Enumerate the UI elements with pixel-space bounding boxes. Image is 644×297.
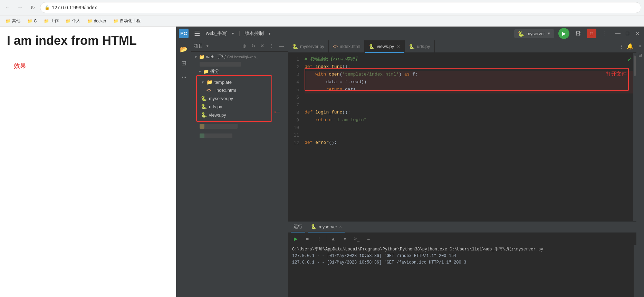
sidebar-icon-more[interactable]: ··· bbox=[177, 71, 190, 83]
file-tree-collapse-button[interactable]: — bbox=[278, 42, 285, 49]
run-button[interactable]: ▶ bbox=[558, 28, 569, 39]
terminal-scroll-down-button[interactable]: ▼ bbox=[340, 234, 350, 244]
terminal-content-wrapper: C:\Users\李琦\AppData\Local\Programs\Pytho… bbox=[288, 245, 636, 297]
file-tree: 项目 ▼ ⊕ ↻ ✕ ⋮ — ▼ 📁 web_手写 C:\Users\li bbox=[191, 40, 288, 297]
line-numbers: 1 2 3 4 5 6 7 8 9 10 11 12 bbox=[288, 53, 302, 221]
server-badge[interactable]: 🐍 myserver ▼ bbox=[514, 29, 554, 38]
layout-button[interactable]: □ bbox=[587, 29, 596, 38]
folder-icon: 📁 bbox=[27, 19, 32, 23]
close-button[interactable]: ✕ bbox=[633, 29, 641, 38]
code-area[interactable]: # 功能函数【views存待】 def index_func(): with o… bbox=[302, 53, 636, 221]
popup-file-label: myserver.py bbox=[209, 96, 233, 101]
settings-button[interactable]: ⚙ bbox=[574, 28, 583, 39]
tree-popup-item-myserver-py[interactable]: 🐍 myserver.py bbox=[197, 94, 271, 102]
restore-button[interactable]: □ bbox=[623, 29, 632, 38]
version-control-label: 版本控制 bbox=[244, 30, 264, 37]
sidebar-icon-grid[interactable]: ⊞ bbox=[177, 57, 190, 69]
refresh-button[interactable]: ↻ bbox=[28, 3, 37, 12]
tab-label: index.html bbox=[340, 44, 360, 49]
popup-file-label: views.py bbox=[209, 112, 226, 118]
file-tree-dropdown[interactable]: ▼ bbox=[206, 44, 209, 48]
line-num-9: 9 bbox=[296, 116, 299, 124]
window-controls: — □ ✕ bbox=[614, 29, 641, 38]
tab-index-html[interactable]: <> index.html bbox=[329, 40, 365, 53]
terminal-tab-server-label: myserver bbox=[319, 224, 337, 229]
bookmark-label: C bbox=[34, 19, 37, 23]
tab-close-button[interactable]: ✕ bbox=[397, 44, 400, 49]
tree-item-split-folder[interactable]: ▼ 📁 拆分 bbox=[191, 68, 288, 75]
bookmark-label: 个人 bbox=[72, 18, 80, 24]
terminal-tab-run[interactable]: 运行 bbox=[291, 221, 305, 232]
folder-icon: 📁 bbox=[206, 79, 212, 85]
file-tree-refresh-button[interactable]: ↻ bbox=[250, 42, 257, 49]
code-line-7 bbox=[305, 101, 636, 109]
tree-item-root[interactable]: ▼ 📁 web_手写 C:\Users\liqi\web_ bbox=[191, 53, 288, 61]
terminal-icon-button[interactable]: >_ bbox=[352, 234, 362, 244]
bookmark-other[interactable]: 📁 其他 bbox=[3, 17, 23, 24]
right-gutter: ≡ ⊟ bbox=[636, 40, 644, 297]
template-folder-popup: ▼ 📁 template <> index.html 🐍 myserver.py bbox=[196, 75, 272, 122]
project-name-label: web_手写 bbox=[206, 30, 227, 37]
bell-button[interactable]: 🔔 bbox=[627, 43, 634, 50]
tab-myserver-py[interactable]: 🐍 myserver.py bbox=[288, 40, 329, 53]
terminal-scroll-up-button[interactable]: ▲ bbox=[328, 234, 338, 244]
tab-urls-py[interactable]: 🐍 urls.py bbox=[405, 40, 434, 53]
tree-popup-item-index-html[interactable]: <> index.html bbox=[197, 86, 271, 94]
gutter-icon-1[interactable]: ≡ bbox=[637, 43, 643, 49]
minimize-button[interactable]: — bbox=[614, 29, 622, 38]
terminal-list-button[interactable]: ≡ bbox=[364, 234, 373, 244]
folder-icon: 📁 bbox=[113, 19, 118, 23]
title-separator: | bbox=[239, 30, 240, 37]
file-tree-title: 项目 ▼ bbox=[194, 43, 239, 49]
bookmark-c[interactable]: 📁 C bbox=[25, 18, 40, 24]
bookmark-label: 自动化工程 bbox=[120, 18, 141, 24]
version-dropdown-icon[interactable]: ▼ bbox=[268, 32, 271, 36]
terminal-tab-server[interactable]: 🐍 myserver ✕ bbox=[308, 221, 345, 232]
terminal-tab-close-button[interactable]: ✕ bbox=[339, 225, 342, 229]
sidebar-icon-folder[interactable]: 📂 bbox=[177, 43, 190, 56]
folder-icon: 📁 bbox=[6, 19, 11, 23]
bookmark-label: docker bbox=[94, 19, 106, 23]
bookmark-work[interactable]: 📁 工作 bbox=[41, 17, 61, 24]
project-dropdown-icon[interactable]: ▼ bbox=[231, 32, 234, 36]
tab-more-button[interactable]: ⋮ bbox=[618, 43, 625, 50]
browser-page: I am index from HTML 效果 bbox=[0, 27, 176, 297]
bookmark-label: 工作 bbox=[50, 18, 59, 24]
ide-body: 📂 ⊞ ··· 项目 ▼ ⊕ ↻ ✕ ⋮ — bbox=[176, 40, 644, 297]
bookmark-automation[interactable]: 📁 自动化工程 bbox=[110, 17, 143, 24]
ide-editor: 🐍 myserver.py <> index.html 🐍 views.py ✕… bbox=[288, 40, 636, 297]
hamburger-menu-button[interactable]: ☰ bbox=[193, 28, 202, 39]
tree-popup-item-views-py[interactable]: 🐍 views.py bbox=[197, 111, 271, 119]
server-dropdown-icon: ▼ bbox=[547, 31, 551, 36]
file-tree-close-button[interactable]: ✕ bbox=[259, 42, 266, 49]
tree-popup-item-urls-py[interactable]: 🐍 urls.py bbox=[197, 102, 271, 111]
terminal-stop-button[interactable]: ■ bbox=[302, 234, 312, 244]
terminal-more-button[interactable]: ⋮ bbox=[314, 234, 324, 244]
ide-sidebar-icons: 📂 ⊞ ··· bbox=[176, 40, 191, 297]
editor-scrollbar[interactable] bbox=[633, 53, 636, 221]
ide-logo: PC bbox=[179, 29, 189, 38]
gutter-icon-2[interactable]: ⊟ bbox=[637, 52, 643, 58]
more-options-button[interactable]: ⋮ bbox=[600, 28, 609, 39]
py-file-icon: 🐍 bbox=[409, 44, 415, 49]
chevron-down-icon: ▼ bbox=[194, 55, 198, 59]
line-num-1: 1 bbox=[296, 56, 299, 63]
scrollbar-thumb[interactable] bbox=[634, 56, 636, 76]
forward-button[interactable]: → bbox=[15, 3, 25, 12]
file-tree-header: 项目 ▼ ⊕ ↻ ✕ ⋮ — bbox=[191, 40, 288, 52]
code-line-8: def login_func(): bbox=[305, 109, 636, 116]
terminal-scrollbar[interactable] bbox=[634, 245, 636, 297]
tab-views-py[interactable]: 🐍 views.py ✕ bbox=[365, 40, 405, 53]
bookmark-docker[interactable]: 📁 docker bbox=[85, 18, 109, 24]
back-button[interactable]: ← bbox=[3, 3, 12, 12]
terminal-run-button[interactable]: ▶ bbox=[291, 234, 300, 244]
code-line-4: data = f.read() bbox=[305, 78, 636, 86]
file-tree-more-button[interactable]: ⋮ bbox=[268, 42, 276, 49]
tree-popup-item-template[interactable]: ▼ 📁 template bbox=[197, 78, 271, 86]
code-line-1: # 功能函数【views存待】 bbox=[305, 56, 636, 63]
browser-toolbar: ← → ↻ 🔒 127.0.0.1:9999/index bbox=[0, 0, 644, 15]
bookmark-personal[interactable]: 📁 个人 bbox=[63, 17, 83, 24]
file-tree-new-button[interactable]: ⊕ bbox=[241, 42, 248, 49]
py-file-icon: 🐍 bbox=[201, 104, 207, 109]
address-bar[interactable]: 🔒 127.0.0.1:9999/index bbox=[40, 2, 641, 13]
